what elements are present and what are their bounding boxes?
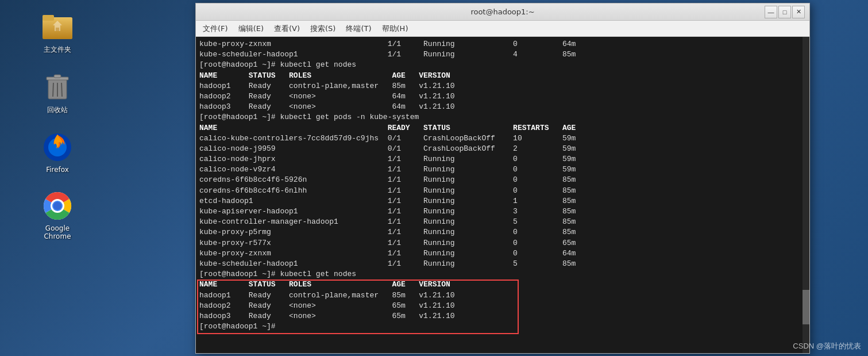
terminal-content[interactable]: kube-proxy-zxnxm 1/1 Running 0 64mkube-s… <box>196 37 809 353</box>
terminal-line: NAME STATUS ROLES AGE VERSION <box>199 71 797 81</box>
terminal-line: kube-proxy-zxnxm 1/1 Running 0 64m <box>199 248 797 259</box>
close-button[interactable]: ✕ <box>792 6 805 18</box>
svg-rect-5 <box>56 28 59 31</box>
terminal-line: hadoop2 Ready <none> 65m v1.21.10 <box>199 301 797 311</box>
home-folder-label: 主文件夹 <box>44 45 71 55</box>
desktop-icons: 主文件夹 回收站 <box>34 12 80 240</box>
terminal-line: kube-controller-manager-hadoop1 1/1 Runn… <box>199 217 797 227</box>
terminal-line: [root@hadoop1 ~]# kubectl get nodes <box>199 60 797 70</box>
terminal-line: hadoop1 Ready control-plane,master 85m v… <box>199 290 797 301</box>
menu-search[interactable]: 搜索(S) <box>306 22 340 36</box>
svg-line-7 <box>53 83 53 97</box>
terminal-line: kube-proxy-r577x 1/1 Running 0 65m <box>199 238 797 248</box>
terminal-line: hadoop1 Ready control-plane,master 85m v… <box>199 81 797 91</box>
menu-file[interactable]: 文件(F) <box>198 22 233 36</box>
terminal-menubar: 文件(F) 编辑(E) 查看(V) 搜索(S) 终端(T) 帮助(H) <box>196 21 809 37</box>
terminal-line: [root@hadoop1 ~]# kubectl get pods -n ku… <box>199 112 797 123</box>
terminal-scrollbar-thumb[interactable] <box>803 290 809 324</box>
terminal-titlebar: root@hadoop1:~ — □ ✕ <box>196 3 809 21</box>
minimize-button[interactable]: — <box>765 6 777 18</box>
desktop-icon-firefox[interactable]: Firefox <box>34 132 80 174</box>
terminal-line: kube-scheduler-hadoop1 1/1 Running 5 85m <box>199 259 797 269</box>
terminal-line: coredns-6f6b8cc4f6-6nlhh 1/1 Running 0 8… <box>199 186 797 196</box>
chrome-icon <box>43 191 72 221</box>
menu-view[interactable]: 查看(V) <box>269 22 304 36</box>
terminal-window: root@hadoop1:~ — □ ✕ 文件(F) 编辑(E) 查看(V) 搜… <box>195 3 810 354</box>
terminal-line: calico-kube-controllers-7cc8dd57d9-c9jhs… <box>199 133 797 144</box>
terminal-line: hadoop3 Ready <none> 64m v1.21.10 <box>199 102 797 112</box>
terminal-line: calico-node-v9zr4 1/1 Running 0 59m <box>199 164 797 175</box>
terminal-line: NAME READY STATUS RESTARTS AGE <box>199 123 797 133</box>
menu-edit[interactable]: 编辑(E) <box>234 22 268 36</box>
terminal-line: hadoop2 Ready <none> 64m v1.21.10 <box>199 91 797 102</box>
terminal-line: calico-node-j9959 0/1 CrashLoopBackOff 2… <box>199 144 797 154</box>
terminal-line: calico-node-jhprx 1/1 Running 0 59m <box>199 154 797 164</box>
desktop: 主文件夹 回收站 <box>0 0 868 356</box>
watermark: CSDN @落叶的忧表 <box>793 341 861 351</box>
desktop-icon-home-folder[interactable]: 主文件夹 <box>34 12 80 55</box>
terminal-line: coredns-6f6b8cc4f6-5926n 1/1 Running 0 8… <box>199 175 797 185</box>
restore-button[interactable]: □ <box>778 6 791 18</box>
terminal-line: NAME STATUS ROLES AGE VERSION <box>199 280 797 290</box>
terminal-line: [root@hadoop1 ~]# <box>199 321 797 332</box>
desktop-icon-trash[interactable]: 回收站 <box>34 72 80 115</box>
svg-rect-11 <box>54 75 61 78</box>
svg-line-9 <box>61 83 62 97</box>
terminal-title: root@hadoop1:~ <box>241 7 765 16</box>
svg-rect-2 <box>43 15 54 21</box>
terminal-line: kube-proxy-zxnxm 1/1 Running 0 64m <box>199 39 797 49</box>
terminal-line: kube-scheduler-hadoop1 1/1 Running 4 85m <box>199 49 797 60</box>
desktop-icon-chrome[interactable]: Google Chrome <box>34 191 80 240</box>
menu-terminal[interactable]: 终端(T) <box>341 22 376 36</box>
trash-icon <box>43 72 72 102</box>
terminal-line: etcd-hadoop1 1/1 Running 1 85m <box>199 196 797 206</box>
terminal-line: kube-apiserver-hadoop1 1/1 Running 3 85m <box>199 206 797 217</box>
terminal-scrollbar[interactable] <box>803 37 809 353</box>
folder-icon <box>43 12 72 41</box>
terminal-line: [root@hadoop1 ~]# kubectl get nodes <box>199 269 797 280</box>
svg-point-17 <box>53 202 61 210</box>
window-controls: — □ ✕ <box>765 6 805 18</box>
firefox-icon <box>43 132 72 162</box>
chrome-label: Google Chrome <box>34 224 80 240</box>
terminal-line: kube-proxy-p5rmg 1/1 Running 0 85m <box>199 227 797 238</box>
trash-label: 回收站 <box>47 105 68 115</box>
firefox-label: Firefox <box>46 166 69 174</box>
terminal-line: hadoop3 Ready <none> 65m v1.21.10 <box>199 311 797 321</box>
menu-help[interactable]: 帮助(H) <box>377 22 413 36</box>
